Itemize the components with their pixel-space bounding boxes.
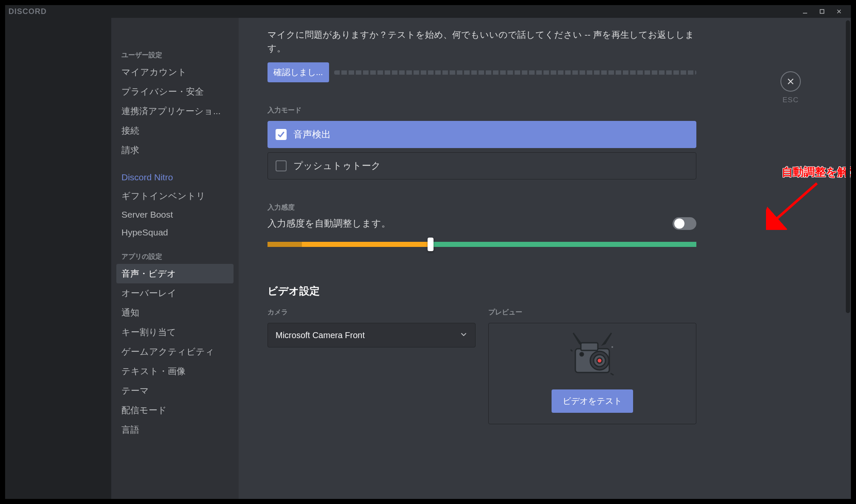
svg-line-12 [611, 373, 614, 375]
sidebar-item-connections[interactable]: 連携済アプリケーショ... [116, 101, 234, 121]
camera-illustration-icon [560, 331, 624, 379]
sidebar-item-text-images[interactable]: テキスト・画像 [116, 361, 234, 381]
svg-point-8 [597, 358, 602, 363]
close-settings-button[interactable] [780, 71, 801, 92]
svg-line-15 [774, 183, 817, 221]
sidebar-item-gift-inventory[interactable]: ギフトインベントリ [116, 186, 234, 206]
annotation-text: 自動調整を解除 [782, 165, 851, 179]
sidebar-item-overlay[interactable]: オーバーレイ [116, 283, 234, 303]
auto-sensitivity-text: 入力感度を自動調整します。 [268, 217, 673, 230]
input-mode-voice-label: 音声検出 [293, 128, 331, 141]
scrollbar[interactable] [846, 20, 850, 313]
svg-point-9 [580, 353, 583, 356]
camera-select[interactable]: Microsoft Camera Front [268, 323, 476, 347]
sidebar-header-user: ユーザー設定 [116, 48, 234, 62]
sensitivity-label: 入力感度 [268, 203, 696, 212]
sidebar-item-language[interactable]: 言語 [116, 420, 234, 440]
camera-field-label: カメラ [268, 308, 476, 317]
esc-label: ESC [783, 96, 799, 104]
video-preview-box: ビデオをテスト [488, 323, 696, 424]
sidebar-item-game-activity[interactable]: ゲームアクティビティ [116, 342, 234, 361]
svg-rect-5 [581, 343, 598, 350]
sensitivity-slider[interactable] [268, 242, 696, 247]
settings-sidebar: ユーザー設定 マイアカウント プライバシー・安全 連携済アプリケーショ... 接… [111, 18, 239, 499]
left-gutter [5, 18, 111, 499]
svg-point-10 [611, 346, 613, 348]
auto-sensitivity-toggle[interactable] [673, 217, 696, 230]
input-mode-ptt-label: プッシュトゥトーク [293, 160, 381, 172]
input-mode-label: 入力モード [268, 106, 696, 115]
mic-help-text: マイクに問題がありますか？テストを始め、何でもいいので話してください -- 声を… [268, 28, 696, 55]
close-button[interactable] [831, 5, 848, 18]
slider-thumb[interactable] [428, 238, 434, 251]
sidebar-item-billing[interactable]: 請求 [116, 140, 234, 160]
sidebar-item-voice-video[interactable]: 音声・ビデオ [116, 264, 234, 283]
mic-level-meter [334, 70, 696, 75]
annotation-arrow-icon [766, 179, 825, 230]
input-mode-voice-activity[interactable]: 音声検出 [268, 121, 696, 148]
preview-field-label: プレビュー [488, 308, 696, 317]
svg-rect-1 [820, 10, 824, 14]
sidebar-item-my-account[interactable]: マイアカウント [116, 62, 234, 82]
sidebar-item-nitro[interactable]: Discord Nitro [116, 168, 234, 186]
titlebar: DISCORD [5, 5, 851, 18]
sidebar-item-theme[interactable]: テーマ [116, 381, 234, 400]
minimize-button[interactable] [797, 5, 814, 18]
sidebar-item-server-boost[interactable]: Server Boost [116, 206, 234, 224]
checkbox-empty-icon [276, 160, 287, 171]
mic-check-button[interactable]: 確認しまし... [268, 62, 329, 82]
sidebar-item-privacy[interactable]: プライバシー・安全 [116, 82, 234, 101]
test-video-button[interactable]: ビデオをテスト [552, 389, 633, 413]
checkbox-checked-icon [276, 129, 287, 140]
sidebar-item-hypesquad[interactable]: HypeSquad [116, 224, 234, 241]
chevron-down-icon [460, 330, 467, 340]
maximize-button[interactable] [814, 5, 831, 18]
sidebar-item-notifications[interactable]: 通知 [116, 303, 234, 322]
input-mode-push-to-talk[interactable]: プッシュトゥトーク [268, 152, 696, 179]
video-settings-heading: ビデオ設定 [268, 284, 696, 298]
sidebar-item-connect[interactable]: 接続 [116, 121, 234, 140]
sidebar-header-app: アプリの設定 [116, 250, 234, 264]
app-logo: DISCORD [8, 7, 47, 16]
sidebar-item-streamer-mode[interactable]: 配信モード [116, 400, 234, 420]
sidebar-item-keybinds[interactable]: キー割り当て [116, 322, 234, 342]
toggle-knob [674, 218, 684, 229]
svg-line-11 [571, 350, 572, 351]
camera-select-value: Microsoft Camera Front [276, 330, 365, 340]
